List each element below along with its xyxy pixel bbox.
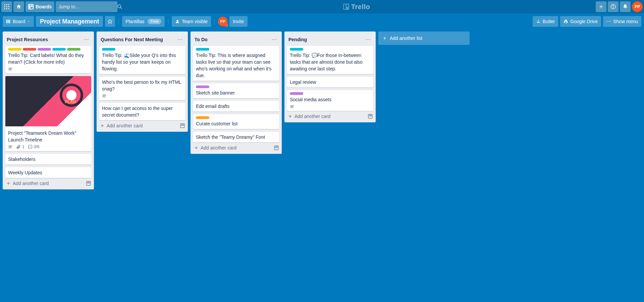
member-avatar[interactable]: PP [218, 17, 227, 26]
card-title: Trello Tip: 💬For those in-between tasks … [290, 52, 370, 72]
add-card-button[interactable]: Add another card [6, 181, 49, 186]
topbar-right: PP [596, 1, 643, 12]
svg-point-19 [613, 5, 613, 6]
card[interactable]: Trello Tip: 💬For those in-between tasks … [287, 46, 373, 74]
templates-button[interactable]: Plantillas Free [122, 16, 165, 27]
card[interactable]: Edit email drafts [193, 101, 279, 112]
list: Pending ⋯ Trello Tip: 💬For those in-betw… [284, 32, 376, 122]
card[interactable]: Social media assets [287, 90, 373, 111]
list-menu-button[interactable]: ⋯ [269, 35, 279, 44]
add-card-button[interactable]: Add another card [100, 123, 143, 128]
list-title[interactable]: Pending [288, 37, 307, 42]
notifications-button[interactable] [620, 1, 631, 12]
card[interactable]: Trello Tip: This is where assigned tasks… [193, 46, 279, 81]
template-icon[interactable] [86, 181, 91, 186]
svg-marker-26 [565, 22, 568, 23]
svg-rect-27 [28, 145, 32, 149]
butler-icon [536, 19, 541, 24]
list: Project Resources ⋯ Trello Tip: Card lab… [3, 32, 94, 189]
card[interactable]: Legal review [287, 77, 373, 87]
template-icon[interactable] [274, 145, 279, 150]
boardbar: Board Project Management Plantillas Free… [0, 13, 644, 29]
card[interactable]: Curate customer list [193, 114, 279, 129]
search-box[interactable] [56, 1, 117, 12]
card[interactable]: Trello Tip: Card labels! What do they me… [5, 46, 91, 73]
star-icon [108, 19, 112, 24]
invite-button[interactable]: Invite [229, 16, 247, 27]
butler-label: Butler [543, 19, 555, 24]
label-green[interactable] [67, 48, 80, 51]
description-icon [102, 94, 107, 98]
card[interactable]: How can I get access to the super secret… [99, 103, 185, 120]
plus-icon [6, 181, 11, 186]
board-view-switcher[interactable]: Board [3, 16, 34, 27]
label-teal[interactable] [102, 48, 115, 51]
list-title[interactable]: To Do [195, 37, 208, 42]
star-button[interactable] [105, 16, 115, 27]
svg-point-8 [8, 8, 9, 9]
description-badge [102, 94, 107, 98]
list-menu-button[interactable]: ⋯ [363, 35, 373, 44]
label-teal[interactable] [52, 48, 66, 51]
visibility-button[interactable]: Team visible [172, 16, 211, 27]
card[interactable]: Weekly Updates [5, 167, 91, 178]
card[interactable]: Who's the best person to fix my HTML sna… [99, 77, 185, 100]
card-title: Weekly Updates [8, 169, 89, 176]
card[interactable]: Trello Tip: 🌊Slide your Q's into this ha… [99, 46, 185, 74]
svg-rect-33 [275, 147, 278, 148]
create-button[interactable] [596, 1, 606, 12]
card-title: Trello Tip: Card labels! What do they me… [8, 52, 89, 65]
card-labels [102, 48, 182, 51]
card[interactable]: Stakeholders [5, 154, 91, 165]
label-purple[interactable] [196, 85, 209, 88]
home-button[interactable] [13, 1, 24, 12]
svg-point-4 [6, 6, 7, 7]
plus-icon [288, 114, 292, 119]
topbar: Boards Trello PP [0, 0, 644, 13]
add-card-label: Add another card [107, 123, 143, 128]
info-icon [610, 4, 616, 9]
list-menu-button[interactable]: ⋯ [175, 35, 185, 44]
label-purple[interactable] [290, 92, 303, 95]
label-purple[interactable] [38, 48, 51, 51]
svg-rect-21 [8, 20, 9, 23]
label-yellow[interactable] [8, 48, 21, 51]
add-card-row: Add another card [284, 111, 376, 122]
search-input[interactable] [58, 4, 117, 9]
divider [214, 19, 215, 24]
card[interactable]: Sketch the "Teamy Dreamy" Font [193, 132, 279, 142]
card-badges [290, 104, 370, 109]
board-name[interactable]: Project Management [36, 16, 103, 27]
gdrive-button[interactable]: Google Drive [560, 16, 601, 27]
butler-button[interactable]: Butler [533, 16, 558, 27]
label-teal[interactable] [196, 48, 209, 51]
list-title[interactable]: Project Resources [7, 37, 48, 42]
label-teal[interactable] [290, 48, 303, 51]
add-list-label: Add another list [390, 36, 422, 41]
card-title: Trello Tip: 🌊Slide your Q's into this ha… [102, 52, 182, 72]
template-icon[interactable] [368, 114, 373, 119]
list-header: Project Resources ⋯ [3, 32, 94, 46]
card[interactable]: Sketch site banner [193, 83, 279, 98]
add-card-label: Add another card [201, 145, 236, 150]
card-badges [102, 94, 182, 98]
label-red[interactable] [23, 48, 36, 51]
add-list-button[interactable]: Add another list [378, 32, 470, 45]
cards-container: Trello Tip: This is where assigned tasks… [191, 46, 282, 142]
card[interactable]: Project "Teamwork Dream Work" Launch Tim… [5, 76, 91, 151]
template-icon[interactable] [180, 123, 185, 128]
show-menu-button[interactable]: ⋯ Show menu [603, 16, 641, 27]
description-badge [8, 67, 13, 71]
add-card-button[interactable]: Add another card [194, 145, 236, 150]
label-orange[interactable] [196, 116, 209, 119]
boards-button[interactable]: Boards [25, 1, 54, 12]
list-menu-button[interactable]: ⋯ [82, 35, 91, 44]
avatar[interactable]: PP [632, 1, 643, 12]
add-card-row: Add another card [3, 178, 94, 189]
boards-label: Boards [36, 4, 52, 9]
add-card-button[interactable]: Add another card [288, 114, 330, 119]
board-view-icon [6, 19, 11, 24]
info-button[interactable] [608, 1, 619, 12]
list-title[interactable]: Questions For Next Meeting [101, 37, 163, 42]
apps-button[interactable] [1, 1, 12, 12]
